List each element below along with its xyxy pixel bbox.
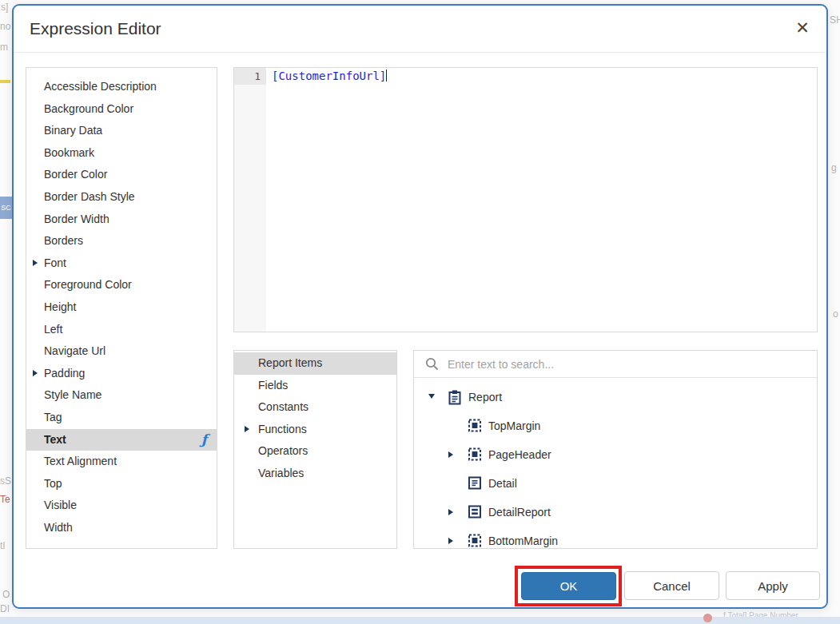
property-item-padding[interactable]: Padding bbox=[26, 363, 217, 385]
tree-node-pageheader[interactable]: PageHeader bbox=[414, 440, 817, 469]
properties-panel: Accessible Description Background Color … bbox=[26, 67, 217, 549]
report-icon bbox=[448, 390, 461, 405]
tree-node-bottommargin[interactable]: BottomMargin bbox=[414, 527, 817, 555]
property-item-navigate-url[interactable]: Navigate Url bbox=[26, 340, 217, 363]
backdrop-chip: SC bbox=[0, 197, 12, 219]
category-functions[interactable]: Functions bbox=[234, 419, 396, 441]
property-item-border-color[interactable]: Border Color bbox=[26, 164, 217, 186]
ok-button[interactable]: OK bbox=[521, 572, 616, 600]
tree-node-detailreport[interactable]: DetailReport bbox=[414, 498, 817, 527]
property-item-text[interactable]: Text ƒ bbox=[26, 429, 217, 451]
tree-node-label: BottomMargin bbox=[488, 527, 558, 555]
backdrop-text: s] bbox=[1, 2, 8, 13]
tree-node-label: DetailReport bbox=[488, 498, 551, 527]
category-constants[interactable]: Constants bbox=[234, 396, 396, 419]
category-label: Functions bbox=[258, 423, 307, 435]
margin-band-icon bbox=[468, 419, 481, 432]
search-icon bbox=[425, 357, 439, 371]
tree-node-label: Report bbox=[468, 383, 502, 411]
detail-band-icon bbox=[468, 476, 481, 490]
property-item-bookmark[interactable]: Bookmark bbox=[26, 142, 217, 165]
expand-icon[interactable] bbox=[245, 426, 249, 432]
backdrop-text: sS bbox=[0, 475, 11, 487]
tree-node-report[interactable]: Report bbox=[414, 383, 817, 411]
expand-icon[interactable] bbox=[448, 538, 453, 544]
collapse-icon[interactable] bbox=[428, 394, 435, 399]
margin-band-icon bbox=[468, 534, 481, 547]
backdrop-icon bbox=[703, 614, 712, 622]
property-item-label: Text bbox=[44, 433, 66, 446]
category-panel: Report Items Fields Constants Functions … bbox=[233, 350, 397, 549]
expand-icon[interactable] bbox=[33, 370, 38, 376]
property-item-left[interactable]: Left bbox=[26, 319, 217, 341]
property-item-tag[interactable]: Tag bbox=[26, 407, 217, 429]
margin-band-icon bbox=[468, 447, 481, 461]
expand-icon[interactable] bbox=[448, 451, 453, 458]
detail-report-band-icon bbox=[468, 505, 481, 519]
category-operators[interactable]: Operators bbox=[234, 440, 396, 463]
backdrop-text: g bbox=[831, 162, 837, 173]
search-box bbox=[414, 351, 817, 378]
code-area[interactable]: [CustomerInfoUrl] bbox=[266, 68, 817, 332]
category-variables[interactable]: Variables bbox=[234, 463, 396, 485]
property-item-background-color[interactable]: Background Color bbox=[26, 98, 217, 121]
cancel-button[interactable]: Cancel bbox=[624, 571, 719, 600]
property-item-accessible-description[interactable]: Accessible Description bbox=[26, 76, 217, 98]
backdrop-text: tI bbox=[0, 540, 6, 551]
tree-node-label: Detail bbox=[488, 469, 517, 498]
property-item-top[interactable]: Top bbox=[26, 473, 217, 495]
backdrop-shape bbox=[0, 80, 10, 83]
dialog-title: Expression Editor bbox=[30, 19, 161, 38]
tree-node-label: PageHeader bbox=[488, 440, 551, 469]
tree-node-detail[interactable]: Detail bbox=[414, 469, 817, 498]
line-number-gutter: 1 bbox=[234, 68, 266, 332]
backdrop-text: Te bbox=[0, 494, 10, 505]
backdrop-text: m bbox=[0, 42, 8, 53]
apply-button[interactable]: Apply bbox=[726, 571, 820, 600]
expand-icon[interactable] bbox=[448, 509, 453, 515]
fx-icon: ƒ bbox=[201, 429, 207, 451]
tree-node-label: TopMargin bbox=[488, 411, 540, 440]
expression-text: [CustomerInfoUrl] bbox=[272, 70, 386, 82]
backdrop-strip bbox=[0, 617, 840, 624]
property-item-text-alignment[interactable]: Text Alignment bbox=[26, 451, 217, 473]
property-item-visible[interactable]: Visible bbox=[26, 495, 217, 517]
backdrop-text: O bbox=[2, 589, 10, 600]
property-item-label: Font bbox=[44, 256, 66, 269]
expression-editor-dialog: Expression Editor ✕ Accessible Descripti… bbox=[12, 4, 828, 609]
backdrop-text: DI bbox=[0, 603, 10, 614]
property-item-foreground-color[interactable]: Foreground Color bbox=[26, 274, 217, 296]
property-item-border-dash-style[interactable]: Border Dash Style bbox=[26, 186, 217, 209]
property-item-borders[interactable]: Borders bbox=[26, 230, 217, 252]
expand-icon[interactable] bbox=[33, 260, 38, 266]
text-caret bbox=[386, 70, 387, 81]
search-input[interactable] bbox=[448, 354, 799, 375]
close-icon[interactable]: ✕ bbox=[790, 15, 815, 41]
property-item-height[interactable]: Height bbox=[26, 296, 217, 319]
category-fields[interactable]: Fields bbox=[234, 375, 396, 397]
backdrop-text: no bbox=[0, 21, 10, 32]
property-item-binary-data[interactable]: Binary Data bbox=[26, 120, 217, 142]
property-item-font[interactable]: Font bbox=[26, 252, 217, 275]
dialog-titlebar: Expression Editor ✕ bbox=[14, 6, 826, 53]
expression-code-editor[interactable]: 1 [CustomerInfoUrl] bbox=[233, 67, 818, 332]
tree-node-topmargin[interactable]: TopMargin bbox=[414, 411, 817, 440]
property-item-border-width[interactable]: Border Width bbox=[26, 209, 217, 231]
backdrop-text: SH bbox=[830, 14, 840, 26]
category-report-items[interactable]: Report Items bbox=[234, 352, 396, 375]
report-tree: Report TopMargin PageHeader bbox=[414, 378, 817, 555]
property-item-style-name[interactable]: Style Name bbox=[26, 384, 217, 407]
report-items-panel: Report TopMargin PageHeader bbox=[413, 350, 818, 549]
line-number: 1 bbox=[234, 68, 266, 85]
backdrop-text: o bbox=[833, 308, 838, 320]
property-item-width[interactable]: Width bbox=[26, 517, 217, 539]
property-item-label: Padding bbox=[44, 367, 85, 380]
